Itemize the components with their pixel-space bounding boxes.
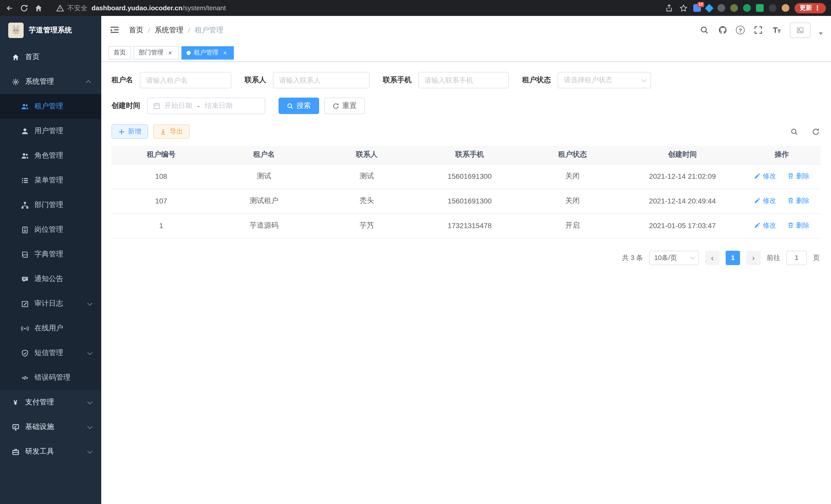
tab-home[interactable]: 首页 [109,46,131,59]
browser-chrome: 不安全 dashboard.yudao.iocoder.cn/system/te… [0,0,831,16]
phone-input-wrap [418,72,509,88]
browser-actions: 10 更新 ⋮ [664,3,826,13]
github-icon[interactable] [717,25,728,35]
sidebar-item-error-code[interactable]: </> 错误码管理 [0,365,101,390]
breadcrumb-system[interactable]: 系统管理 [155,25,183,35]
sidebar-item-label: 部门管理 [34,200,63,210]
cell-phone: 15601691300 [417,188,523,213]
sidebar-item-infrastructure[interactable]: 基础设施 [0,415,101,439]
page-button-1[interactable]: 1 [726,250,740,265]
font-size-icon[interactable] [771,25,782,35]
cell-contact: 芋艿 [317,213,416,238]
sidebar-item-payment[interactable]: ¥ 支付管理 [0,390,101,415]
edit-link[interactable]: 修改 [754,221,776,230]
tab-tenant[interactable]: 租户管理 × [181,46,234,59]
chrome-update-button[interactable]: 更新 ⋮ [795,3,826,13]
sidebar-item-dict[interactable]: 字典管理 [0,242,101,267]
error-code-icon: </> [21,374,29,382]
status-label: 租户状态 [522,76,551,85]
sidebar-item-sms[interactable]: 短信管理 [0,340,101,365]
sidebar-item-label: 岗位管理 [34,225,63,234]
col-actions: 操作 [743,146,821,164]
delete-label: 删除 [796,172,809,181]
sidebar-logo[interactable]: 芋道管理系统 [0,16,101,45]
filter-row-1: 租户名 联系人 联系手机 [112,72,821,88]
contact-input[interactable] [279,76,363,84]
next-page-button[interactable]: › [746,250,761,265]
reset-button-label: 重置 [342,101,357,111]
sidebar-item-home[interactable]: 首页 [0,45,101,69]
url-host: dashboard.yudao.iocoder.cn [91,4,182,12]
extension-icon-8[interactable] [782,4,790,12]
pagination-total: 共 3 条 [622,253,643,262]
extension-icon-3[interactable] [717,4,725,12]
warning-triangle-icon [56,3,65,12]
status-select[interactable]: 请选择租户状态 [557,72,651,88]
create-time-label: 创建时间 [112,101,140,111]
sidebar-item-menu[interactable]: 菜单管理 [0,168,101,192]
extension-icon-5[interactable] [743,4,751,12]
security-warning[interactable]: 不安全 [56,3,87,12]
date-range-picker[interactable]: 开始日期 - 结束日期 [147,98,265,114]
sidebar-item-dept[interactable]: 部门管理 [0,192,101,217]
reset-button[interactable]: 重置 [324,98,365,114]
extension-icon-1[interactable]: 10 [693,4,701,12]
sidebar-item-devtools[interactable]: 研发工具 [0,439,101,464]
date-start-placeholder: 开始日期 [165,101,192,111]
delete-label: 删除 [796,221,809,230]
toggle-search-icon[interactable] [789,126,799,137]
roles-icon [21,152,29,160]
address-bar[interactable]: 不安全 dashboard.yudao.iocoder.cn/system/te… [56,3,659,12]
sidebar-item-tenant[interactable]: 租户管理 [0,94,101,119]
sidebar-item-user[interactable]: 用户管理 [0,119,101,143]
phone-input[interactable] [425,76,503,84]
extension-icon-6[interactable] [756,4,764,12]
extension-icon-7[interactable] [769,4,776,12]
col-phone: 联系手机 [417,146,523,164]
export-button[interactable]: 导出 [153,124,190,139]
prev-page-button[interactable]: ‹ [705,250,719,265]
online-users-icon [21,324,29,332]
gear-icon [11,78,20,86]
goto-page-input[interactable] [786,250,807,265]
tenant-name-input[interactable] [146,76,225,84]
back-icon[interactable] [5,3,15,12]
breadcrumb-home[interactable]: 首页 [129,25,143,35]
delete-link[interactable]: 删除 [787,221,809,230]
share-icon[interactable] [664,3,674,12]
cell-tenant-name: 芋道源码 [211,213,317,238]
search-icon[interactable] [699,25,709,35]
sidebar-item-notice[interactable]: 通知公告 [0,267,101,291]
extension-icon-4[interactable] [730,4,738,12]
search-button[interactable]: 搜索 [279,98,319,114]
fullscreen-icon[interactable] [753,25,763,35]
collapse-sidebar-icon[interactable] [110,24,121,36]
url-text: dashboard.yudao.iocoder.cn/system/tenant [91,4,226,12]
page-size-select[interactable]: 10条/页 [649,250,699,265]
edit-link[interactable]: 修改 [754,196,776,206]
sidebar-item-audit-log[interactable]: 审计日志 [0,291,101,316]
app-shell: 芋道管理系统 首页 系统管理 [0,16,831,504]
browser-home-icon[interactable] [34,3,43,12]
add-button[interactable]: 新增 [112,124,148,139]
sidebar-item-online-user[interactable]: 在线用户 [0,316,101,340]
close-icon[interactable]: × [167,49,174,56]
sidebar-item-label: 租户管理 [34,102,63,111]
delete-link[interactable]: 删除 [787,172,809,181]
cell-created: 2021-12-14 21:02:09 [622,164,743,188]
reload-icon[interactable] [20,3,29,12]
refresh-table-icon[interactable] [810,126,821,137]
avatar[interactable] [790,22,810,38]
help-icon[interactable]: ? [736,26,745,34]
bookmark-star-icon[interactable] [679,3,688,12]
sidebar-item-post[interactable]: 岗位管理 [0,217,101,242]
tab-dept[interactable]: 部门管理 × [134,46,179,59]
extension-icon-2[interactable] [705,4,714,12]
sidebar-item-system[interactable]: 系统管理 [0,69,101,94]
edit-link[interactable]: 修改 [754,172,776,181]
cell-tenant-id: 108 [112,164,211,188]
delete-link[interactable]: 删除 [787,196,809,206]
close-icon[interactable]: × [222,49,229,56]
sidebar-item-role[interactable]: 角色管理 [0,143,101,168]
avatar-dropdown-caret[interactable] [819,32,823,35]
